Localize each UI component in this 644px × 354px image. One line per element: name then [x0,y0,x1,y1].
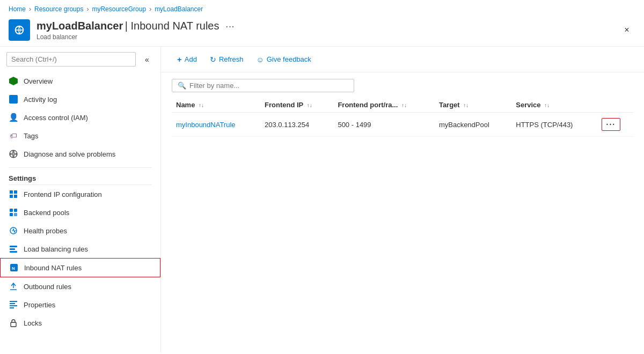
nat-rule-link[interactable]: myInboundNATrule [176,121,236,129]
svg-rect-5 [14,209,17,212]
properties-icon [9,300,18,309]
search-icon: 🔍 [178,82,186,90]
sidebar-item-inbound-nat[interactable]: N Inbound NAT rules [0,258,160,277]
outbound-rules-icon [9,282,18,291]
sidebar-item-label: Activity log [24,95,57,104]
sidebar-item-label: Properties [24,301,55,309]
overview-icon [9,76,18,86]
sidebar-search-container: « [0,47,160,72]
sidebar-item-label: Backend pools [24,209,69,217]
cell-service: HTTPS (TCP/443) [511,113,597,137]
sort-icon[interactable]: ↑↓ [401,102,407,108]
sidebar-item-properties[interactable]: Properties [0,296,160,314]
table-container: Name ↑↓ Frontend IP ↑↓ Frontend port/ra.… [161,98,644,137]
sidebar-item-label: Frontend IP configuration [24,190,102,198]
sidebar-item-label: Tags [24,132,38,140]
settings-section-label: Settings [0,168,160,185]
sidebar-item-diagnose[interactable]: Diagnose and solve problems [0,145,160,163]
locks-icon [9,318,18,328]
col-target: Target ↑↓ [435,98,511,113]
sort-icon[interactable]: ↑↓ [199,102,204,108]
sidebar-item-backend-pools[interactable]: Backend pools [0,203,160,222]
svg-point-3 [10,150,17,158]
refresh-icon: ↻ [210,55,216,64]
svg-rect-7 [14,213,17,216]
sidebar-item-health-probes[interactable]: Health probes [0,222,160,240]
svg-rect-12 [11,322,16,327]
col-frontend-port: Frontend port/ra... ↑↓ [333,98,435,113]
svg-rect-6 [10,213,13,216]
filter-input[interactable] [189,82,348,90]
sidebar-item-frontend-ip[interactable]: Frontend IP configuration [0,185,160,203]
breadcrumb-resource-group[interactable]: myResourceGroup [92,5,146,13]
col-service: Service ↑↓ [511,98,597,113]
sidebar-item-lb-rules[interactable]: Load balancing rules [0,240,160,258]
add-button[interactable]: + Add [172,52,202,67]
sidebar-item-activity-log[interactable]: Activity log [0,90,160,108]
sidebar-item-label: Inbound NAT rules [24,264,82,272]
page-header: myLoadBalancer | Inbound NAT rules ··· L… [0,17,644,47]
col-frontend-ip: Frontend IP ↑↓ [260,98,333,113]
cell-target: myBackendPool [435,113,511,137]
sidebar-item-outbound-rules[interactable]: Outbound rules [0,277,160,296]
resource-type: Load balancer [36,33,235,41]
diagnose-icon [9,149,18,159]
tags-icon: 🏷 [9,131,18,141]
sort-icon[interactable]: ↑↓ [307,102,312,108]
content-area: + Add ↻ Refresh ☺ Give feedback 🔍 [161,47,644,352]
sidebar-item-label: Access control (IAM) [24,114,88,122]
refresh-button[interactable]: ↻ Refresh [204,53,249,67]
frontend-ip-icon [9,189,18,199]
sidebar-item-access-control[interactable]: 👤 Access control (IAM) [0,108,160,127]
filter-input-container: 🔍 [172,79,354,92]
sidebar-item-label: Diagnose and solve problems [24,150,115,158]
row-actions-button[interactable]: ··· [602,118,621,131]
resource-icon [9,19,30,41]
health-probes-icon [9,226,18,235]
breadcrumb: Home › Resource groups › myResourceGroup… [0,0,644,17]
breadcrumb-home[interactable]: Home [9,5,26,13]
sidebar-item-label: Load balancing rules [24,245,88,253]
close-button[interactable]: × [618,21,635,39]
col-name: Name ↑↓ [172,98,260,113]
sort-icon[interactable]: ↑↓ [463,102,469,108]
header-title: myLoadBalancer | Inbound NAT rules ··· [36,20,235,32]
sidebar-item-label: Outbound rules [24,283,71,291]
feedback-button[interactable]: ☺ Give feedback [251,53,316,67]
activity-log-icon [9,94,18,104]
filter-bar: 🔍 [161,72,644,98]
cell-row-actions: ··· [597,113,633,137]
sidebar-item-label: Health probes [24,227,67,235]
main-layout: « Overview Activity log 👤 Access control… [0,47,644,352]
svg-rect-4 [10,209,13,212]
lb-rules-icon [9,244,18,254]
nat-rules-table: Name ↑↓ Frontend IP ↑↓ Frontend port/ra.… [172,98,633,137]
cell-frontend-port: 500 - 1499 [333,113,435,137]
access-control-icon: 👤 [9,113,18,122]
breadcrumb-resource[interactable]: myLoadBalancer [155,5,203,13]
header-dots[interactable]: ··· [225,20,235,32]
backend-pools-icon [9,208,18,217]
breadcrumb-resource-groups[interactable]: Resource groups [34,5,83,13]
svg-text:N: N [12,266,15,271]
inbound-nat-icon: N [9,263,19,272]
sort-icon[interactable]: ↑↓ [544,102,550,108]
sidebar-item-label: Overview [24,77,53,85]
feedback-icon: ☺ [256,55,264,64]
search-input[interactable] [6,52,136,67]
sidebar-item-tags[interactable]: 🏷 Tags [0,127,160,145]
sidebar-item-label: Locks [24,319,42,327]
sidebar: « Overview Activity log 👤 Access control… [0,47,161,352]
cell-frontend-ip: 203.0.113.254 [260,113,333,137]
collapse-button[interactable]: « [140,53,154,67]
add-icon: + [177,55,182,64]
sidebar-item-overview[interactable]: Overview [0,72,160,90]
sidebar-item-locks[interactable]: Locks [0,314,160,332]
toolbar: + Add ↻ Refresh ☺ Give feedback [161,47,644,72]
cell-name: myInboundNATrule [172,113,260,137]
table-row: myInboundNATrule 203.0.113.254 500 - 149… [172,113,633,137]
col-actions [597,98,633,113]
